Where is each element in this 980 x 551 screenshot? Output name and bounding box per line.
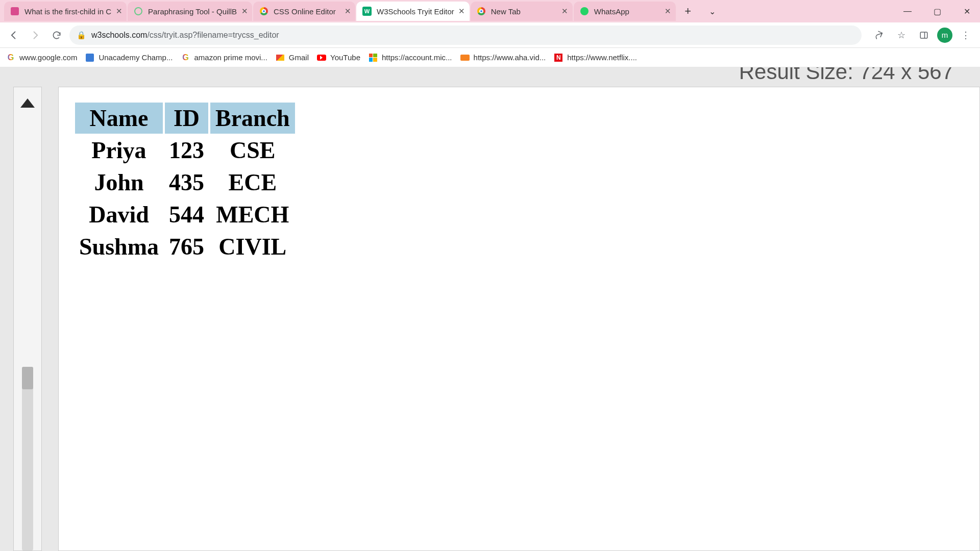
table-row: David 544 MECH xyxy=(75,199,295,230)
arrow-right-icon xyxy=(30,30,40,40)
close-icon[interactable]: ✕ xyxy=(343,7,352,16)
tab-whatsapp[interactable]: WhatsApp ✕ xyxy=(574,2,676,21)
page-content: Result Size: 724 x 567 Name ID Branch Pr… xyxy=(0,67,980,551)
share-button[interactable] xyxy=(870,26,888,44)
gmail-icon xyxy=(276,53,285,62)
result-pane: Name ID Branch Priya 123 CSE John 435 EC… xyxy=(58,87,980,551)
toolbar-right-group: ☆ m ⋮ xyxy=(870,26,975,44)
cell-id: 435 xyxy=(165,167,208,198)
google-icon: G xyxy=(6,53,15,62)
cell-id: 123 xyxy=(165,135,208,166)
close-icon[interactable]: ✕ xyxy=(664,7,673,16)
col-branch: Branch xyxy=(210,103,295,134)
favicon-pink-icon xyxy=(10,7,19,16)
cell-branch: CIVIL xyxy=(210,231,295,262)
favicon-chrome-icon xyxy=(259,7,268,16)
bookmark-label: www.google.com xyxy=(19,53,77,62)
share-icon xyxy=(874,30,884,40)
bookmark-label: https://www.netflix.... xyxy=(567,53,637,62)
window-controls: — ▢ ✕ xyxy=(897,0,977,22)
chrome-menu-button[interactable]: ⋮ xyxy=(957,26,975,44)
svg-rect-0 xyxy=(920,32,927,38)
collapse-up-button[interactable] xyxy=(20,98,35,108)
close-icon[interactable]: ✕ xyxy=(560,7,570,16)
arrow-left-icon xyxy=(9,30,19,40)
cell-name: Priya xyxy=(75,135,163,166)
back-button[interactable] xyxy=(5,27,22,44)
side-panel-icon xyxy=(919,31,928,40)
cell-branch: CSE xyxy=(210,135,295,166)
table-row: Priya 123 CSE xyxy=(75,135,295,166)
close-icon[interactable]: ✕ xyxy=(457,7,467,16)
tab-w3schools[interactable]: W W3Schools Tryit Editor ✕ xyxy=(356,2,470,21)
col-name: Name xyxy=(75,103,163,134)
profile-avatar[interactable]: m xyxy=(937,28,952,43)
bookmark-netflix[interactable]: Nhttps://www.netflix.... xyxy=(554,53,637,62)
table-header-row: Name ID Branch xyxy=(75,103,295,134)
unacademy-icon xyxy=(85,53,94,62)
editor-gutter xyxy=(13,87,42,551)
student-table: Name ID Branch Priya 123 CSE John 435 EC… xyxy=(73,102,297,263)
bookmark-amazon[interactable]: Gamazon prime movi... xyxy=(181,53,267,62)
table-row: John 435 ECE xyxy=(75,167,295,198)
bookmark-label: Gmail xyxy=(289,53,309,62)
youtube-icon xyxy=(317,53,326,62)
aha-icon xyxy=(460,53,470,62)
window-close-button[interactable]: ✕ xyxy=(957,1,977,21)
cell-id: 544 xyxy=(165,199,208,230)
cell-branch: ECE xyxy=(210,167,295,198)
address-bar[interactable]: 🔒 w3schools.com/css/tryit.asp?filename=t… xyxy=(69,26,862,45)
tab-new-tab[interactable]: New Tab ✕ xyxy=(471,2,573,21)
bookmarks-bar: Gwww.google.com Unacademy Champ... Gamaz… xyxy=(0,48,980,67)
bookmark-label: https://www.aha.vid... xyxy=(474,53,546,62)
editor-wrap: Name ID Branch Priya 123 CSE John 435 EC… xyxy=(0,87,980,551)
favicon-chrome-icon xyxy=(477,7,486,16)
cell-branch: MECH xyxy=(210,199,295,230)
cell-id: 765 xyxy=(165,231,208,262)
result-size-bar: Result Size: 724 x 567 xyxy=(0,67,980,87)
tab-first-child[interactable]: What is the first-child in C ✕ xyxy=(4,2,127,21)
gutter-scroll-thumb[interactable] xyxy=(22,367,33,389)
result-size-label: Result Size: 724 x 567 xyxy=(739,67,953,84)
close-icon[interactable]: ✕ xyxy=(114,7,124,16)
gutter-scroll-track[interactable] xyxy=(22,367,33,550)
forward-button[interactable] xyxy=(27,27,44,44)
url-host: w3schools.com xyxy=(91,31,147,39)
bookmark-gmail[interactable]: Gmail xyxy=(276,53,309,62)
cell-name: John xyxy=(75,167,163,198)
lock-icon: 🔒 xyxy=(77,31,86,40)
tab-quillbot[interactable]: Paraphrasing Tool - QuillB ✕ xyxy=(128,2,252,21)
reload-button[interactable] xyxy=(48,27,65,44)
google-icon: G xyxy=(181,53,190,62)
bookmark-button[interactable]: ☆ xyxy=(892,26,911,44)
reload-icon xyxy=(52,30,62,40)
tab-label: New Tab xyxy=(491,7,557,16)
favicon-whatsapp-icon xyxy=(580,7,589,16)
bookmark-youtube[interactable]: YouTube xyxy=(317,53,360,62)
cell-name: David xyxy=(75,199,163,230)
favicon-w3-icon: W xyxy=(362,7,372,16)
tab-label: What is the first-child in C xyxy=(24,7,111,16)
microsoft-icon xyxy=(369,53,378,62)
close-icon[interactable]: ✕ xyxy=(240,7,249,16)
bookmark-google[interactable]: Gwww.google.com xyxy=(6,53,77,62)
bookmark-aha[interactable]: https://www.aha.vid... xyxy=(460,53,546,62)
maximize-button[interactable]: ▢ xyxy=(927,1,947,21)
side-panel-button[interactable] xyxy=(915,26,933,44)
url-path: /css/tryit.asp?filename=trycss_editor xyxy=(147,31,279,39)
browser-tab-bar: What is the first-child in C ✕ Paraphras… xyxy=(0,0,980,22)
tab-label: CSS Online Editor xyxy=(274,7,340,16)
tab-css-editor[interactable]: CSS Online Editor ✕ xyxy=(253,2,355,21)
bookmark-unacademy[interactable]: Unacademy Champ... xyxy=(85,53,173,62)
col-id: ID xyxy=(165,103,208,134)
tab-label: Paraphrasing Tool - QuillB xyxy=(148,7,237,16)
favicon-quill-icon xyxy=(134,7,143,16)
netflix-icon: N xyxy=(554,53,563,62)
bookmark-label: YouTube xyxy=(330,53,360,62)
new-tab-button[interactable]: + xyxy=(680,3,696,19)
tab-search-dropdown[interactable]: ⌄ xyxy=(702,1,723,21)
bookmark-microsoft[interactable]: https://account.mic... xyxy=(369,53,452,62)
bookmark-label: Unacademy Champ... xyxy=(99,53,173,62)
tab-label: W3Schools Tryit Editor xyxy=(377,7,454,16)
minimize-button[interactable]: — xyxy=(897,1,918,21)
